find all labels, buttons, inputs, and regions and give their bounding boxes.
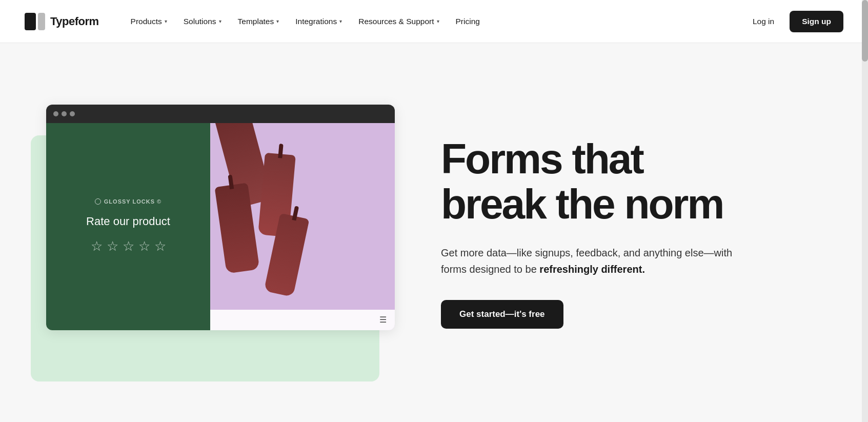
nav-item-products[interactable]: Products ▾ (124, 13, 174, 30)
star-5[interactable]: ☆ (154, 238, 166, 254)
login-button[interactable]: Log in (745, 13, 781, 30)
form-body: GLOSSY LOCKS © Rate our product ☆ ☆ ☆ ☆ … (46, 123, 395, 330)
hamburger-icon[interactable]: ☰ (379, 315, 387, 325)
star-1[interactable]: ☆ (91, 238, 103, 254)
bottle-pump-4 (292, 206, 299, 220)
nav-item-solutions[interactable]: Solutions ▾ (176, 13, 229, 30)
nav-links: Products ▾ Solutions ▾ Templates ▾ Integ… (124, 13, 745, 30)
nav-label-integrations: Integrations (295, 17, 337, 26)
brand-label: GLOSSY LOCKS © (104, 198, 162, 205)
cta-button[interactable]: Get started—it's free (441, 300, 563, 329)
nav-label-resources: Resources & Support (358, 17, 434, 26)
nav-item-resources[interactable]: Resources & Support ▾ (351, 13, 446, 30)
window-dot-1 (53, 111, 58, 116)
star-4[interactable]: ☆ (138, 238, 150, 254)
chevron-down-icon: ▾ (339, 18, 342, 24)
rate-product-text: Rate our product (86, 215, 170, 228)
bottle-pump-2 (278, 144, 283, 158)
nav-label-solutions: Solutions (184, 17, 216, 26)
hero-subtitle-bold: refreshingly different. (539, 264, 645, 275)
star-2[interactable]: ☆ (107, 238, 118, 254)
nav-label-templates: Templates (238, 17, 274, 26)
signup-button[interactable]: Sign up (790, 11, 843, 32)
nav-item-templates[interactable]: Templates ▾ (231, 13, 287, 30)
form-top-bar (46, 105, 395, 123)
scrollbar-track[interactable] (862, 0, 868, 422)
brand-circle-icon (95, 198, 101, 205)
nav-item-integrations[interactable]: Integrations ▾ (288, 13, 349, 30)
nav-label-products: Products (131, 17, 162, 26)
nav-actions: Log in Sign up (745, 11, 843, 32)
hero-subtitle: Get more data—like signups, feedback, an… (441, 245, 749, 277)
form-right-panel: ☰ (210, 123, 395, 330)
form-preview-card: GLOSSY LOCKS © Rate our product ☆ ☆ ☆ ☆ … (46, 105, 395, 330)
hero-content: Forms that break the norm Get more data—… (431, 136, 827, 329)
logo-text: Typeform (50, 15, 99, 28)
scrollbar-thumb[interactable] (862, 0, 868, 62)
chevron-down-icon: ▾ (165, 18, 167, 24)
form-bottom-bar: ☰ (210, 310, 395, 330)
hero-title: Forms that break the norm (441, 136, 827, 226)
hero-section: GLOSSY LOCKS © Rate our product ☆ ☆ ☆ ☆ … (0, 43, 868, 422)
window-dot-2 (62, 111, 67, 116)
brand-tag: GLOSSY LOCKS © (95, 198, 162, 205)
star-3[interactable]: ☆ (123, 238, 134, 254)
form-left-panel: GLOSSY LOCKS © Rate our product ☆ ☆ ☆ ☆ … (46, 123, 210, 330)
hero-title-line1: Forms that (441, 135, 643, 182)
hero-title-line2: break the norm (441, 180, 723, 227)
nav-item-pricing[interactable]: Pricing (449, 13, 487, 30)
hero-illustration: GLOSSY LOCKS © Rate our product ☆ ☆ ☆ ☆ … (31, 84, 390, 381)
navbar: Typeform Products ▾ Solutions ▾ Template… (0, 0, 868, 43)
logo-link[interactable]: Typeform (25, 13, 99, 30)
stars-row: ☆ ☆ ☆ ☆ ☆ (91, 238, 166, 254)
chevron-down-icon: ▾ (276, 18, 279, 24)
nav-label-pricing: Pricing (456, 17, 480, 26)
logo-icon (25, 13, 45, 30)
chevron-down-icon: ▾ (437, 18, 439, 24)
window-dot-3 (70, 111, 75, 116)
chevron-down-icon: ▾ (219, 18, 221, 24)
